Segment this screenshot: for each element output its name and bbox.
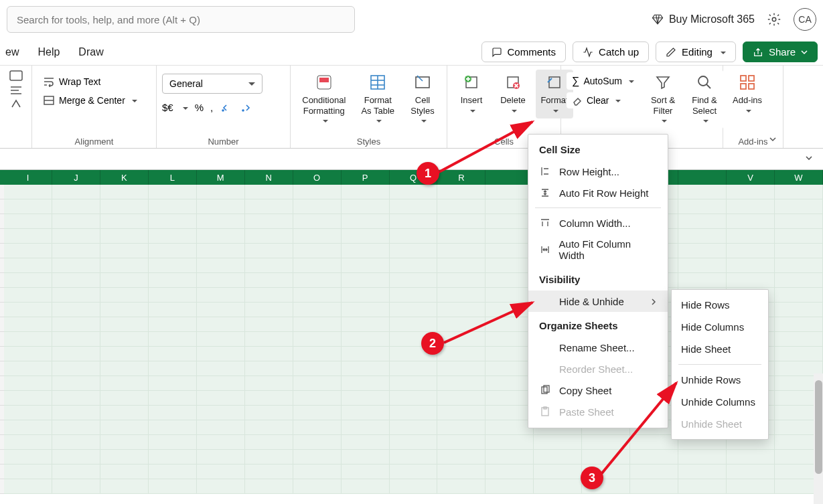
col-header[interactable]: K: [100, 170, 149, 185]
sort-filter-button[interactable]: Sort & Filter: [644, 70, 682, 129]
insert-button[interactable]: Insert: [453, 70, 490, 118]
comments-button[interactable]: Comments: [481, 41, 567, 62]
wrap-icon: [43, 76, 55, 87]
svg-rect-24: [749, 76, 754, 81]
column-headers: I J K L M N O P Q R V W: [0, 170, 823, 185]
ribbon: Wrap Text Merge & Center Alignment Gener…: [0, 66, 823, 149]
col-header[interactable]: M: [197, 170, 245, 185]
increase-decimal-icon[interactable]: [240, 102, 253, 113]
addins-button[interactable]: Add-ins: [729, 70, 766, 118]
callout-2: 2: [421, 332, 444, 355]
chevron-down-icon: [129, 95, 137, 106]
dropdown-section-header: Cell Size: [528, 140, 668, 161]
search-input[interactable]: Search for tools, help, and more (Alt + …: [7, 6, 355, 33]
cell-styles-button[interactable]: Cell Styles: [404, 70, 441, 129]
clear-button[interactable]: Clear: [567, 92, 640, 108]
delete-button[interactable]: Delete: [494, 70, 532, 118]
svg-rect-10: [319, 78, 329, 82]
col-header[interactable]: L: [149, 170, 197, 185]
currency-button[interactable]: $€: [162, 102, 173, 113]
row-height-icon: [539, 165, 551, 177]
chevron-down-icon: [718, 46, 726, 58]
percent-button[interactable]: %: [195, 102, 204, 113]
tab-draw[interactable]: Draw: [78, 46, 103, 58]
format-dropdown: Cell Size Row Height... Auto Fit Row Hei…: [528, 134, 668, 428]
ribbon-expand-icon[interactable]: [768, 135, 777, 144]
unhide-columns-item[interactable]: Unhide Columns: [672, 391, 768, 413]
merge-center-button[interactable]: Merge & Center: [38, 92, 143, 108]
pencil-icon: [666, 47, 676, 58]
formula-expand-button[interactable]: [804, 153, 814, 165]
autofit-row-item[interactable]: Auto Fit Row Height: [528, 182, 668, 203]
insert-icon: [462, 73, 481, 92]
chevron-right-icon: [650, 296, 657, 307]
svg-line-22: [706, 84, 710, 88]
find-select-button[interactable]: Find & Select: [686, 70, 723, 129]
copy-sheet-item[interactable]: Copy Sheet: [528, 380, 668, 401]
table-icon: [368, 73, 387, 92]
scrollbar-thumb[interactable]: [815, 380, 822, 474]
callout-1: 1: [417, 162, 439, 185]
editing-button[interactable]: Editing: [656, 41, 736, 62]
col-header[interactable]: [485, 170, 534, 185]
col-header[interactable]: J: [52, 170, 100, 185]
autosum-button[interactable]: ∑ AutoSum: [567, 72, 640, 90]
svg-rect-26: [749, 84, 754, 89]
number-format-select[interactable]: General: [162, 74, 263, 94]
buy-label: Buy Microsoft 365: [669, 13, 755, 25]
dropdown-section-header: Organize Sheets: [528, 316, 668, 337]
wrap-text-button[interactable]: Wrap Text: [38, 74, 106, 90]
svg-rect-1: [10, 71, 22, 80]
callout-3: 3: [581, 467, 603, 489]
tab-help[interactable]: Help: [38, 46, 60, 58]
format-as-table-button[interactable]: Format As Table: [356, 70, 400, 129]
avatar[interactable]: CA: [794, 8, 816, 31]
unhide-rows-item[interactable]: Unhide Rows: [672, 369, 768, 391]
chevron-down-icon: [804, 153, 814, 163]
copy-icon: [539, 384, 551, 396]
catchup-button[interactable]: Catch up: [573, 41, 649, 62]
reorder-sheet-item: Reorder Sheet...: [528, 358, 668, 380]
col-header[interactable]: O: [293, 170, 342, 185]
dropdown-section-header: Visibility: [528, 270, 668, 290]
svg-rect-15: [416, 77, 429, 88]
addins-icon: [738, 73, 757, 92]
autofit-col-item[interactable]: Auto Fit Column Width: [528, 234, 668, 266]
share-button[interactable]: Share: [743, 41, 818, 62]
align-lines-icon[interactable]: [9, 86, 23, 95]
comma-button[interactable]: ,: [210, 102, 213, 113]
group-label-number: Number: [162, 135, 285, 147]
hide-rows-item[interactable]: Hide Rows: [672, 294, 768, 316]
tab-view[interactable]: ew: [5, 46, 19, 58]
col-header[interactable]: [678, 170, 727, 185]
sigma-icon: ∑: [572, 75, 579, 87]
col-header[interactable]: W: [775, 170, 823, 185]
conditional-icon: [315, 73, 333, 92]
rotate-text-icon[interactable]: [9, 98, 23, 110]
hide-sheet-item[interactable]: Hide Sheet: [672, 338, 768, 360]
merge-icon: [43, 95, 55, 106]
column-width-item[interactable]: Column Width...: [528, 212, 668, 234]
svg-point-7: [222, 110, 224, 111]
search-icon: [696, 74, 713, 91]
align-icon[interactable]: [8, 70, 24, 83]
cellstyle-icon: [413, 73, 432, 92]
hide-unhide-item[interactable]: Hide & Unhide: [528, 290, 668, 312]
buy-microsoft-365[interactable]: Buy Microsoft 365: [652, 13, 755, 25]
decrease-decimal-icon[interactable]: [220, 102, 233, 113]
col-header[interactable]: I: [4, 170, 52, 185]
col-header[interactable]: N: [245, 170, 293, 185]
delete-icon: [504, 73, 522, 92]
formula-bar: [0, 149, 823, 170]
svg-point-0: [772, 17, 776, 21]
col-header[interactable]: R: [437, 170, 485, 185]
row-height-item[interactable]: Row Height...: [528, 161, 668, 182]
col-header[interactable]: V: [727, 170, 775, 185]
hide-columns-item[interactable]: Hide Columns: [672, 316, 768, 338]
col-header[interactable]: P: [342, 170, 390, 185]
gear-icon[interactable]: [767, 12, 781, 27]
autofit-row-icon: [539, 187, 551, 199]
rename-sheet-item[interactable]: Rename Sheet...: [528, 337, 668, 358]
paste-sheet-item: Paste Sheet: [528, 401, 668, 422]
conditional-formatting-button[interactable]: Conditional Formatting: [296, 70, 352, 129]
